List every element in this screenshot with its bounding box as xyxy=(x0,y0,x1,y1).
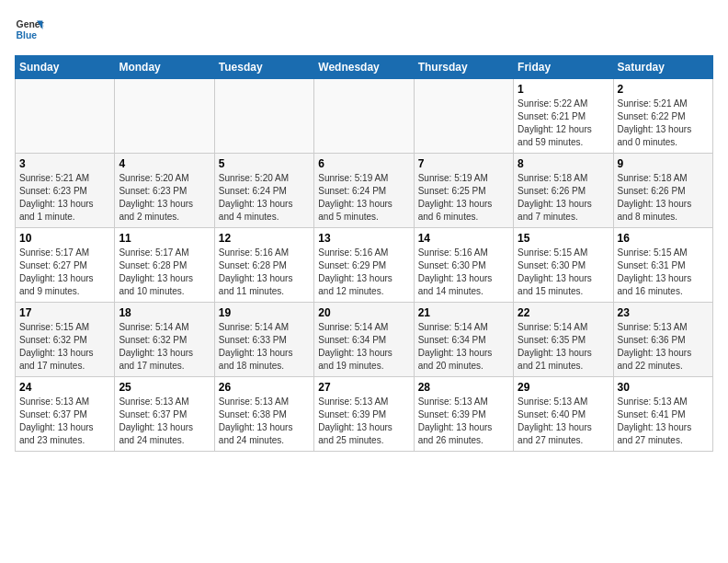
day-number: 20 xyxy=(318,306,409,319)
calendar-cell: 16Sunrise: 5:15 AM Sunset: 6:31 PM Dayli… xyxy=(613,228,712,303)
day-of-week-header: Wednesday xyxy=(314,56,414,79)
day-of-week-header: Saturday xyxy=(613,56,712,79)
day-number: 3 xyxy=(19,157,110,170)
day-info: Sunrise: 5:21 AM Sunset: 6:23 PM Dayligh… xyxy=(19,172,110,224)
day-number: 22 xyxy=(518,306,609,319)
calendar-cell: 30Sunrise: 5:13 AM Sunset: 6:41 PM Dayli… xyxy=(613,377,712,452)
calendar-cell: 11Sunrise: 5:17 AM Sunset: 6:28 PM Dayli… xyxy=(115,228,214,303)
day-number: 19 xyxy=(219,306,310,319)
day-number: 2 xyxy=(618,83,709,96)
day-number: 5 xyxy=(219,157,310,170)
day-number: 15 xyxy=(518,232,609,245)
calendar-cell: 27Sunrise: 5:13 AM Sunset: 6:39 PM Dayli… xyxy=(314,377,414,452)
day-number: 30 xyxy=(618,381,709,394)
day-info: Sunrise: 5:20 AM Sunset: 6:23 PM Dayligh… xyxy=(119,172,210,224)
day-info: Sunrise: 5:15 AM Sunset: 6:32 PM Dayligh… xyxy=(19,321,110,373)
calendar-cell: 29Sunrise: 5:13 AM Sunset: 6:40 PM Dayli… xyxy=(514,377,613,452)
day-number: 28 xyxy=(418,381,509,394)
calendar-cell: 9Sunrise: 5:18 AM Sunset: 6:26 PM Daylig… xyxy=(613,154,712,228)
calendar-cell xyxy=(115,79,214,154)
day-number: 4 xyxy=(119,157,210,170)
day-info: Sunrise: 5:13 AM Sunset: 6:36 PM Dayligh… xyxy=(618,321,709,373)
calendar-cell: 2Sunrise: 5:21 AM Sunset: 6:22 PM Daylig… xyxy=(613,79,712,154)
calendar-cell xyxy=(214,79,313,154)
day-number: 18 xyxy=(119,306,210,319)
logo-icon: General Blue xyxy=(15,15,44,44)
day-info: Sunrise: 5:18 AM Sunset: 6:26 PM Dayligh… xyxy=(618,172,709,224)
day-number: 9 xyxy=(618,157,709,170)
day-info: Sunrise: 5:22 AM Sunset: 6:21 PM Dayligh… xyxy=(518,98,609,149)
day-info: Sunrise: 5:13 AM Sunset: 6:39 PM Dayligh… xyxy=(318,396,409,447)
calendar-cell xyxy=(16,79,115,154)
day-info: Sunrise: 5:13 AM Sunset: 6:38 PM Dayligh… xyxy=(219,396,310,447)
day-number: 7 xyxy=(418,157,509,170)
day-number: 17 xyxy=(19,306,110,319)
calendar-header-row: SundayMondayTuesdayWednesdayThursdayFrid… xyxy=(16,56,713,79)
day-number: 26 xyxy=(219,381,310,394)
day-info: Sunrise: 5:16 AM Sunset: 6:30 PM Dayligh… xyxy=(418,247,509,298)
day-info: Sunrise: 5:15 AM Sunset: 6:31 PM Dayligh… xyxy=(618,247,709,298)
day-number: 24 xyxy=(19,381,110,394)
day-number: 8 xyxy=(518,157,609,170)
day-number: 25 xyxy=(119,381,210,394)
day-info: Sunrise: 5:19 AM Sunset: 6:24 PM Dayligh… xyxy=(318,172,409,224)
calendar-cell: 10Sunrise: 5:17 AM Sunset: 6:27 PM Dayli… xyxy=(16,228,115,303)
calendar-cell: 19Sunrise: 5:14 AM Sunset: 6:33 PM Dayli… xyxy=(214,303,313,377)
calendar-cell: 8Sunrise: 5:18 AM Sunset: 6:26 PM Daylig… xyxy=(514,154,613,228)
calendar-cell xyxy=(414,79,513,154)
day-of-week-header: Friday xyxy=(514,56,613,79)
calendar-table: SundayMondayTuesdayWednesdayThursdayFrid… xyxy=(15,55,713,452)
calendar-cell: 12Sunrise: 5:16 AM Sunset: 6:28 PM Dayli… xyxy=(214,228,313,303)
day-of-week-header: Monday xyxy=(115,56,214,79)
calendar-cell: 20Sunrise: 5:14 AM Sunset: 6:34 PM Dayli… xyxy=(314,303,414,377)
calendar-cell: 14Sunrise: 5:16 AM Sunset: 6:30 PM Dayli… xyxy=(414,228,513,303)
calendar-week-row: 10Sunrise: 5:17 AM Sunset: 6:27 PM Dayli… xyxy=(16,228,713,303)
day-number: 1 xyxy=(518,83,609,96)
day-info: Sunrise: 5:13 AM Sunset: 6:37 PM Dayligh… xyxy=(119,396,210,447)
day-info: Sunrise: 5:14 AM Sunset: 6:34 PM Dayligh… xyxy=(418,321,509,373)
day-info: Sunrise: 5:14 AM Sunset: 6:33 PM Dayligh… xyxy=(219,321,310,373)
calendar-cell: 21Sunrise: 5:14 AM Sunset: 6:34 PM Dayli… xyxy=(414,303,513,377)
calendar-week-row: 1Sunrise: 5:22 AM Sunset: 6:21 PM Daylig… xyxy=(16,79,713,154)
day-info: Sunrise: 5:14 AM Sunset: 6:32 PM Dayligh… xyxy=(119,321,210,373)
calendar-cell: 28Sunrise: 5:13 AM Sunset: 6:39 PM Dayli… xyxy=(414,377,513,452)
day-number: 6 xyxy=(318,157,409,170)
day-number: 23 xyxy=(618,306,709,319)
day-info: Sunrise: 5:15 AM Sunset: 6:30 PM Dayligh… xyxy=(518,247,609,298)
calendar-cell: 22Sunrise: 5:14 AM Sunset: 6:35 PM Dayli… xyxy=(514,303,613,377)
day-info: Sunrise: 5:17 AM Sunset: 6:27 PM Dayligh… xyxy=(19,247,110,298)
calendar-cell: 25Sunrise: 5:13 AM Sunset: 6:37 PM Dayli… xyxy=(115,377,214,452)
day-info: Sunrise: 5:18 AM Sunset: 6:26 PM Dayligh… xyxy=(518,172,609,224)
day-number: 27 xyxy=(318,381,409,394)
logo: General Blue xyxy=(15,15,44,44)
calendar-cell xyxy=(314,79,414,154)
day-info: Sunrise: 5:13 AM Sunset: 6:41 PM Dayligh… xyxy=(618,396,709,447)
day-info: Sunrise: 5:13 AM Sunset: 6:37 PM Dayligh… xyxy=(19,396,110,447)
day-info: Sunrise: 5:13 AM Sunset: 6:40 PM Dayligh… xyxy=(518,396,609,447)
day-info: Sunrise: 5:21 AM Sunset: 6:22 PM Dayligh… xyxy=(618,98,709,149)
day-number: 29 xyxy=(518,381,609,394)
calendar-cell: 13Sunrise: 5:16 AM Sunset: 6:29 PM Dayli… xyxy=(314,228,414,303)
day-info: Sunrise: 5:16 AM Sunset: 6:29 PM Dayligh… xyxy=(318,247,409,298)
day-of-week-header: Tuesday xyxy=(214,56,313,79)
day-number: 10 xyxy=(19,232,110,245)
calendar-cell: 17Sunrise: 5:15 AM Sunset: 6:32 PM Dayli… xyxy=(16,303,115,377)
calendar-cell: 26Sunrise: 5:13 AM Sunset: 6:38 PM Dayli… xyxy=(214,377,313,452)
calendar-week-row: 17Sunrise: 5:15 AM Sunset: 6:32 PM Dayli… xyxy=(16,303,713,377)
day-info: Sunrise: 5:17 AM Sunset: 6:28 PM Dayligh… xyxy=(119,247,210,298)
calendar-week-row: 3Sunrise: 5:21 AM Sunset: 6:23 PM Daylig… xyxy=(16,154,713,228)
day-info: Sunrise: 5:13 AM Sunset: 6:39 PM Dayligh… xyxy=(418,396,509,447)
calendar-cell: 6Sunrise: 5:19 AM Sunset: 6:24 PM Daylig… xyxy=(314,154,414,228)
svg-text:Blue: Blue xyxy=(17,30,38,40)
day-number: 11 xyxy=(119,232,210,245)
day-of-week-header: Thursday xyxy=(414,56,513,79)
calendar-cell: 7Sunrise: 5:19 AM Sunset: 6:25 PM Daylig… xyxy=(414,154,513,228)
day-number: 14 xyxy=(418,232,509,245)
calendar-cell: 3Sunrise: 5:21 AM Sunset: 6:23 PM Daylig… xyxy=(16,154,115,228)
day-info: Sunrise: 5:20 AM Sunset: 6:24 PM Dayligh… xyxy=(219,172,310,224)
calendar-cell: 23Sunrise: 5:13 AM Sunset: 6:36 PM Dayli… xyxy=(613,303,712,377)
calendar-cell: 18Sunrise: 5:14 AM Sunset: 6:32 PM Dayli… xyxy=(115,303,214,377)
day-info: Sunrise: 5:16 AM Sunset: 6:28 PM Dayligh… xyxy=(219,247,310,298)
day-number: 16 xyxy=(618,232,709,245)
calendar-week-row: 24Sunrise: 5:13 AM Sunset: 6:37 PM Dayli… xyxy=(16,377,713,452)
